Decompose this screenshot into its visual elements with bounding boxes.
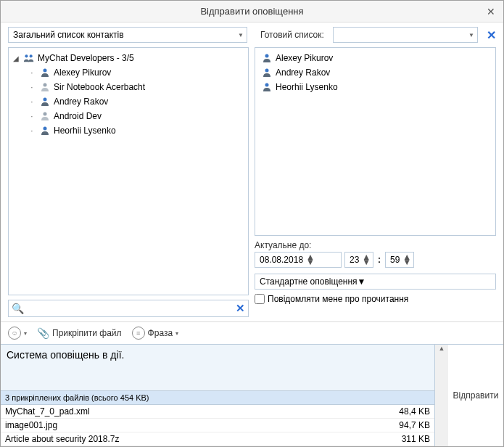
- contact-name: Alexey Pikurov: [54, 67, 111, 78]
- contact-name: Andrey Rakov: [54, 97, 108, 107]
- search-input[interactable]: [27, 300, 236, 316]
- bullet-icon: ·: [28, 126, 36, 135]
- person-icon: [39, 96, 51, 107]
- contacts-dropdown[interactable]: Загальний список контактів ▼: [8, 27, 247, 43]
- file-size: 94,7 KB: [399, 420, 430, 430]
- contact-name: Heorhii Lysenko: [54, 126, 116, 136]
- contact-name: Android Dev: [54, 111, 102, 121]
- bullet-icon: ·: [28, 83, 36, 91]
- file-name: image001.jpg: [5, 420, 57, 430]
- chevron-down-icon: ▼: [238, 32, 244, 38]
- person-icon: [261, 52, 273, 64]
- file-size: 311 KB: [402, 434, 430, 444]
- svg-point-8: [265, 69, 269, 73]
- person-icon: [261, 67, 273, 78]
- scrollbar[interactable]: ▲: [435, 345, 448, 446]
- file-row[interactable]: Article about security 2018.7z311 KB: [1, 432, 434, 446]
- hour-spin[interactable]: ▲▼: [362, 255, 369, 265]
- top-selectors: Загальний список контактів ▼ Готовий спи…: [1, 22, 503, 47]
- file-row[interactable]: MyChat_7_0_pad.xml48,4 KB: [1, 405, 434, 419]
- contact-name: Andrey Rakov: [276, 67, 330, 78]
- window-title: Відправити оповіщення: [200, 6, 303, 17]
- bullet-icon: ·: [28, 68, 36, 77]
- contact-item[interactable]: ·Android Dev: [12, 109, 245, 123]
- search-field[interactable]: 🔍 ✕: [8, 300, 249, 317]
- message-toolbar: ☺ ▾ 📎 Прикріпити файл ≡ Фраза ▾: [1, 321, 503, 344]
- notification-type-dropdown[interactable]: Стандартне оповіщення ▼: [255, 274, 496, 290]
- group-icon: [23, 52, 35, 64]
- minute-value: 59: [390, 255, 400, 265]
- message-text[interactable]: Система оповіщень в дії.: [1, 345, 434, 391]
- svg-point-2: [44, 69, 47, 73]
- selected-contact-item[interactable]: Heorhii Lysenko: [258, 80, 492, 94]
- contact-name: Alexey Pikurov: [276, 53, 333, 63]
- send-button[interactable]: Відправити: [453, 390, 499, 401]
- svg-point-7: [265, 54, 269, 58]
- close-icon[interactable]: ✕: [484, 5, 497, 18]
- collapse-icon[interactable]: ◢: [12, 54, 20, 62]
- phrase-label: Фраза: [148, 328, 173, 338]
- person-icon: [261, 81, 273, 93]
- svg-point-1: [30, 54, 33, 57]
- svg-point-5: [44, 112, 47, 116]
- valid-until-label: Актуальне до:: [255, 240, 496, 250]
- right-panel: Alexey PikurovAndrey RakovHeorhii Lysenk…: [255, 47, 496, 317]
- hour-value: 23: [350, 255, 359, 265]
- contact-item[interactable]: ·Andrey Rakov: [12, 94, 245, 109]
- bullet-icon: ·: [28, 97, 36, 106]
- selected-contact-item[interactable]: Alexey Pikurov: [258, 51, 492, 65]
- smile-icon: ☺: [8, 327, 21, 340]
- phrase-icon: ≡: [132, 327, 145, 340]
- main-panels: ◢ MyChat Developers - 3/5 ·Alexey Pikuro…: [1, 47, 503, 321]
- person-icon: [39, 125, 51, 136]
- message-left: Система оповіщень в дії. 3 прикріплених …: [1, 345, 435, 446]
- date-value: 08.08.2018: [260, 255, 303, 265]
- file-name: MyChat_7_0_pad.xml: [5, 406, 90, 417]
- read-notify-row: Повідомляти мене про прочитання: [255, 294, 496, 304]
- files-list: MyChat_7_0_pad.xml48,4 KBimage001.jpg94,…: [1, 405, 434, 446]
- emoji-button[interactable]: ☺ ▾: [8, 327, 27, 340]
- read-notify-checkbox[interactable]: [255, 294, 265, 304]
- svg-point-6: [44, 127, 47, 131]
- date-time-row: 08.08.2018 ▲▼ 23 ▲▼ : 59 ▲▼: [255, 252, 496, 268]
- contacts-tree[interactable]: ◢ MyChat Developers - 3/5 ·Alexey Pikuro…: [8, 47, 249, 295]
- scroll-up-icon[interactable]: ▲: [435, 345, 448, 355]
- contact-item[interactable]: ·Alexey Pikurov: [12, 65, 245, 80]
- time-colon: :: [376, 255, 382, 265]
- svg-point-4: [44, 98, 47, 102]
- ready-list-label: Готовий список:: [260, 30, 324, 40]
- selected-contact-item[interactable]: Andrey Rakov: [258, 65, 492, 80]
- clear-search-icon[interactable]: ✕: [236, 302, 245, 315]
- phrase-button[interactable]: ≡ Фраза ▾: [132, 327, 179, 340]
- notification-type-value: Стандартне оповіщення: [260, 276, 358, 287]
- minute-spin[interactable]: ▲▼: [402, 255, 410, 265]
- hour-input[interactable]: 23 ▲▼: [344, 252, 373, 268]
- clear-ready-list-icon[interactable]: ✕: [487, 28, 496, 42]
- person-icon: [39, 67, 51, 78]
- contact-item[interactable]: ·Sir Notebook Acerbacht: [12, 80, 245, 94]
- ready-list-dropdown[interactable]: ▼: [333, 27, 478, 43]
- send-column: Відправити: [448, 345, 503, 446]
- date-spin[interactable]: ▲▼: [306, 255, 313, 265]
- title-bar: Відправити оповіщення ✕: [1, 1, 503, 22]
- svg-point-9: [265, 83, 269, 87]
- file-row[interactable]: image001.jpg94,7 KB: [1, 419, 434, 432]
- minute-input[interactable]: 59 ▲▼: [385, 252, 414, 268]
- file-size: 48,4 KB: [399, 406, 430, 417]
- svg-point-3: [44, 83, 47, 87]
- search-icon: 🔍: [12, 303, 24, 314]
- contacts-dropdown-value: Загальний список контактів: [13, 30, 124, 40]
- date-input[interactable]: 08.08.2018 ▲▼: [255, 252, 342, 268]
- left-panel: ◢ MyChat Developers - 3/5 ·Alexey Pikuro…: [8, 47, 249, 317]
- attach-file-button[interactable]: 📎 Прикріпити файл: [37, 327, 122, 339]
- paperclip-icon: 📎: [37, 327, 49, 339]
- selected-contacts-list[interactable]: Alexey PikurovAndrey RakovHeorhii Lysenk…: [255, 47, 496, 236]
- person-icon: [39, 110, 51, 122]
- chevron-down-icon: ▾: [24, 330, 27, 337]
- contact-group[interactable]: ◢ MyChat Developers - 3/5: [12, 51, 245, 65]
- contact-item[interactable]: ·Heorhii Lysenko: [12, 123, 245, 138]
- attachments-header: 3 прикріплених файлів (всього 454 KB): [1, 391, 434, 405]
- read-notify-label: Повідомляти мене про прочитання: [268, 294, 408, 304]
- person-icon: [39, 81, 51, 93]
- bullet-icon: ·: [28, 112, 36, 120]
